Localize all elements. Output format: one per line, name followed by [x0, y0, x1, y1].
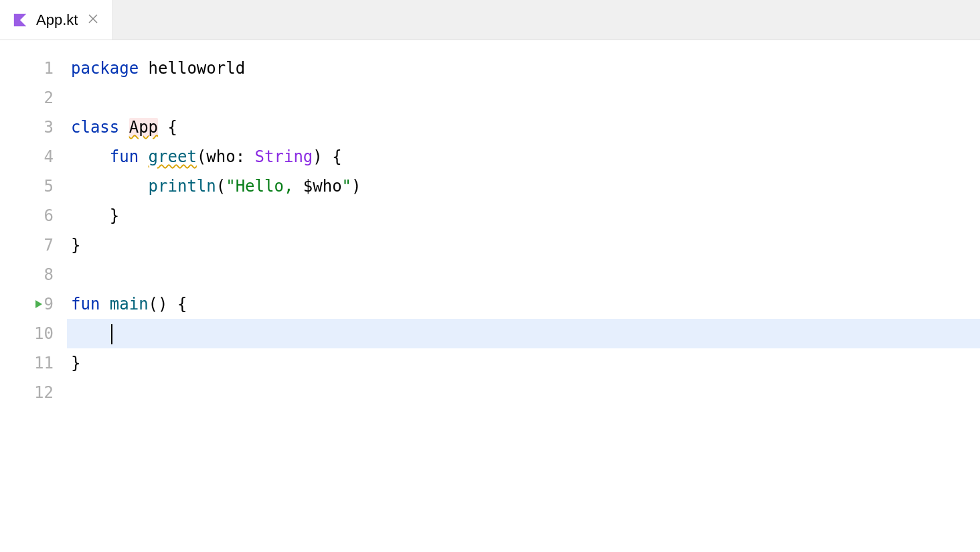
- close-icon[interactable]: [86, 10, 100, 29]
- line-number: 2: [0, 83, 67, 113]
- code-line[interactable]: }: [67, 230, 980, 260]
- text-cursor: [111, 324, 112, 344]
- code-line[interactable]: [67, 319, 980, 348]
- line-number: 3: [0, 113, 67, 142]
- line-number: 5: [0, 171, 67, 201]
- tab-filename: App.kt: [36, 11, 78, 29]
- line-number: 4: [0, 142, 67, 171]
- code-editor[interactable]: 123456789101112 package helloworldclass …: [0, 40, 980, 407]
- line-number: 8: [0, 260, 67, 289]
- code-line[interactable]: package helloworld: [67, 54, 980, 83]
- code-line[interactable]: }: [67, 201, 980, 230]
- run-icon[interactable]: [33, 289, 44, 319]
- tab-bar: App.kt: [0, 0, 980, 40]
- code-line[interactable]: [67, 378, 980, 407]
- line-number: 7: [0, 230, 67, 260]
- code-line[interactable]: class App {: [67, 113, 980, 142]
- code-line[interactable]: fun greet(who: String) {: [67, 142, 980, 171]
- kotlin-file-icon: [12, 12, 28, 28]
- line-number: 6: [0, 201, 67, 230]
- line-number: 12: [0, 378, 67, 407]
- code-line[interactable]: }: [67, 348, 980, 378]
- file-tab[interactable]: App.kt: [0, 0, 113, 40]
- line-number: 11: [0, 348, 67, 378]
- code-area[interactable]: package helloworldclass App { fun greet(…: [67, 54, 980, 407]
- code-line[interactable]: println("Hello, $who"): [67, 171, 980, 201]
- line-number: 10: [0, 319, 67, 348]
- code-line[interactable]: [67, 260, 980, 289]
- line-number-gutter: 123456789101112: [0, 54, 67, 407]
- line-number: 9: [0, 289, 67, 319]
- code-line[interactable]: [67, 83, 980, 113]
- line-number: 1: [0, 54, 67, 83]
- code-line[interactable]: fun main() {: [67, 289, 980, 319]
